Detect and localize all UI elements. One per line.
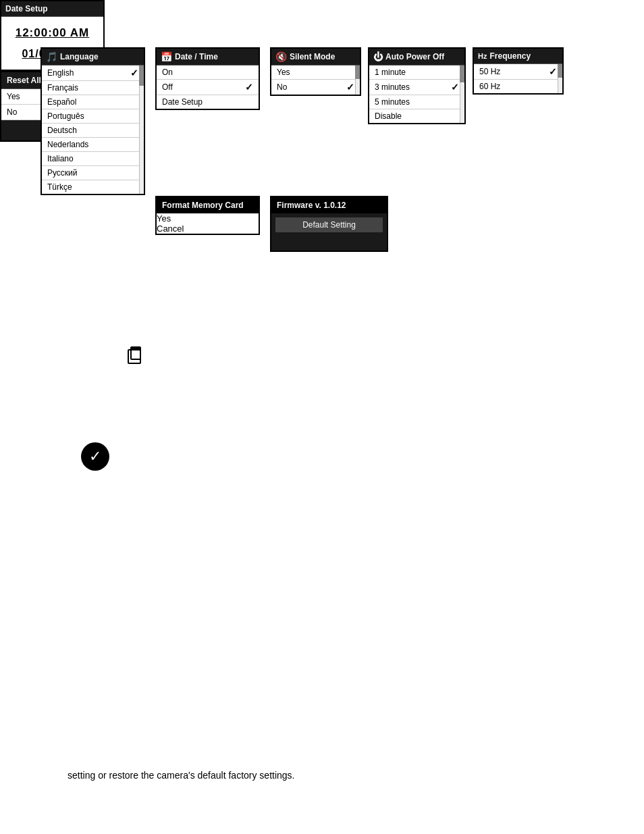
autopower-panel-header: ⏻ Auto Power Off bbox=[369, 49, 464, 66]
ui-container: 🎵 Language English ✓ Français Español Po… bbox=[0, 0, 644, 834]
language-items: English ✓ Français Español Português Deu… bbox=[42, 66, 144, 194]
format-items: Yes Cancel bbox=[157, 213, 259, 234]
check-icon: ✓ bbox=[130, 68, 138, 78]
frequency-icon: Hz bbox=[478, 52, 487, 60]
power-icon: ⏻ bbox=[373, 51, 383, 62]
scroll-thumb[interactable] bbox=[355, 66, 360, 79]
autopower-items: 1 minute 3 minutes ✓ 5 minutes Disable bbox=[369, 66, 464, 123]
time-display: 12:00:00 AM bbox=[7, 22, 98, 44]
list-item[interactable]: Yes bbox=[271, 66, 360, 80]
firmware-body: Default Setting bbox=[271, 213, 387, 251]
scroll-bar[interactable] bbox=[460, 66, 464, 123]
list-item[interactable]: 60 Hz bbox=[474, 80, 562, 93]
datetime-icon: 📅 bbox=[161, 51, 172, 62]
check-icon: ✓ bbox=[245, 82, 253, 93]
datesetup-header: Date Setup bbox=[1, 1, 103, 17]
list-item[interactable]: Yes bbox=[157, 213, 259, 224]
list-item[interactable]: 1 minute bbox=[369, 66, 464, 80]
list-item[interactable]: Italiano bbox=[42, 152, 144, 166]
default-setting-button[interactable]: Default Setting bbox=[275, 217, 383, 232]
list-item[interactable]: 3 minutes ✓ bbox=[369, 80, 464, 95]
frequency-panel: Hz Frequency 50 Hz ✓ 60 Hz bbox=[473, 47, 564, 95]
firmware-panel: Firmware v. 1.0.12 Default Setting bbox=[270, 196, 388, 252]
list-item[interactable]: Off ✓ bbox=[157, 80, 259, 95]
silent-items-wrapper: Yes No ✓ bbox=[271, 66, 360, 95]
datetime-panel: 📅 Date / Time On Off ✓ Date Setup bbox=[155, 47, 260, 110]
frequency-items-wrapper: 50 Hz ✓ 60 Hz bbox=[474, 64, 562, 93]
list-item[interactable]: On bbox=[157, 66, 259, 80]
scroll-thumb[interactable] bbox=[558, 64, 562, 78]
format-panel-header: Format Memory Card bbox=[157, 197, 259, 213]
datetime-items: On Off ✓ Date Setup bbox=[157, 66, 259, 109]
silent-panel: 🔇 Silent Mode Yes No ✓ bbox=[270, 47, 361, 96]
silent-icon: 🔇 bbox=[275, 51, 287, 62]
check-icon: ✓ bbox=[346, 82, 354, 93]
check-icon-area: ✓ bbox=[81, 442, 109, 471]
scroll-bar[interactable] bbox=[558, 64, 562, 93]
svg-rect-2 bbox=[131, 347, 140, 350]
list-item[interactable]: 5 minutes bbox=[369, 95, 464, 109]
autopower-panel: ⏻ Auto Power Off 1 minute 3 minutes ✓ 5 … bbox=[368, 47, 466, 124]
silent-items: Yes No ✓ bbox=[271, 66, 360, 95]
scroll-thumb[interactable] bbox=[460, 66, 464, 82]
check-icon: ✓ bbox=[549, 66, 557, 77]
svg-rect-0 bbox=[128, 350, 140, 363]
language-items-wrapper: English ✓ Français Español Português Deu… bbox=[42, 66, 144, 194]
list-item[interactable]: Français bbox=[42, 81, 144, 95]
autopower-items-wrapper: 1 minute 3 minutes ✓ 5 minutes Disable bbox=[369, 66, 464, 123]
frequency-items: 50 Hz ✓ 60 Hz bbox=[474, 64, 562, 93]
list-item[interactable]: Deutsch bbox=[42, 124, 144, 138]
list-item[interactable]: Date Setup bbox=[157, 95, 259, 109]
scroll-thumb[interactable] bbox=[139, 66, 144, 86]
scroll-bar[interactable] bbox=[355, 66, 360, 95]
list-item[interactable]: Nederlands bbox=[42, 138, 144, 152]
frequency-panel-header: Hz Frequency bbox=[474, 49, 562, 64]
list-item[interactable]: Disable bbox=[369, 109, 464, 123]
copy-icon bbox=[125, 344, 145, 365]
list-item[interactable]: Português bbox=[42, 109, 144, 124]
scroll-bar[interactable] bbox=[139, 66, 144, 194]
firmware-panel-header: Firmware v. 1.0.12 bbox=[271, 197, 387, 213]
language-panel: 🎵 Language English ✓ Français Español Po… bbox=[41, 47, 145, 195]
copy-icon-area bbox=[125, 344, 145, 367]
format-panel: Format Memory Card Yes Cancel bbox=[155, 196, 260, 235]
list-item[interactable]: English ✓ bbox=[42, 66, 144, 81]
language-panel-header: 🎵 Language bbox=[42, 49, 144, 66]
list-item[interactable]: Cancel bbox=[157, 224, 259, 234]
checkmark-icon: ✓ bbox=[81, 442, 109, 471]
list-item[interactable]: Русский bbox=[42, 166, 144, 180]
list-item[interactable]: No ✓ bbox=[271, 80, 360, 95]
list-item[interactable]: Türkçe bbox=[42, 180, 144, 194]
check-icon: ✓ bbox=[451, 82, 459, 93]
datetime-panel-header: 📅 Date / Time bbox=[157, 49, 259, 66]
silent-panel-header: 🔇 Silent Mode bbox=[271, 49, 360, 66]
list-item[interactable]: Español bbox=[42, 95, 144, 109]
bottom-text: setting or restore the camera's default … bbox=[68, 770, 295, 781]
language-icon: 🎵 bbox=[46, 51, 57, 62]
list-item[interactable]: 50 Hz ✓ bbox=[474, 64, 562, 80]
